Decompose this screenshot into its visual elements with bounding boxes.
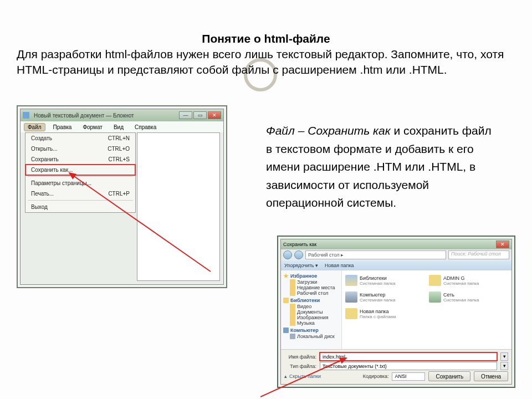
filename-label: Имя файла: bbox=[284, 354, 316, 360]
heading: Понятие о html-файле bbox=[0, 32, 532, 45]
close-button[interactable]: ✕ bbox=[208, 111, 221, 119]
new-folder-button[interactable]: Новая папка bbox=[325, 263, 354, 268]
nav-item-images[interactable]: Изображения bbox=[283, 315, 339, 320]
menu-item-page-setup[interactable]: Параметры страницы... bbox=[25, 178, 135, 188]
chevron-down-icon[interactable]: ▾ bbox=[500, 362, 508, 370]
hide-folders-link[interactable]: ▴ Скрыть папки bbox=[284, 374, 360, 379]
side-instruction: Файл – Сохранить как и сохранить файл в … bbox=[266, 122, 499, 212]
menu-edit[interactable]: Правка bbox=[50, 124, 75, 131]
address-bar: Рабочий стол ▸ Поиск: Рабочий стол bbox=[281, 249, 511, 260]
menu-item-save-as[interactable]: Сохранить как... bbox=[25, 165, 135, 175]
intro-paragraph: Для разработки html-файлов нужен всего л… bbox=[0, 45, 532, 78]
nav-item-video[interactable]: Видео bbox=[283, 304, 339, 309]
nav-back-icon[interactable] bbox=[283, 250, 292, 259]
nav-item-music[interactable]: Музыка bbox=[283, 320, 339, 326]
window-title: Новый текстовый документ — Блокнот bbox=[34, 112, 134, 119]
menu-item-save[interactable]: СохранитьCTRL+S bbox=[25, 154, 135, 165]
nav-tree: Избранное Загрузки Недавние места Рабочи… bbox=[281, 270, 342, 349]
nav-item-docs[interactable]: Документы bbox=[283, 309, 339, 315]
file-item[interactable]: ADMIN GСистемная папка bbox=[429, 273, 508, 288]
nav-forward-icon[interactable] bbox=[294, 250, 303, 259]
menubar: Файл Правка Формат Вид Справка bbox=[21, 121, 223, 132]
cancel-button[interactable]: Отмена bbox=[474, 371, 508, 381]
breadcrumb[interactable]: Рабочий стол ▸ bbox=[305, 250, 446, 259]
filetype-select[interactable]: Текстовые документы (*.txt) bbox=[320, 362, 497, 370]
folder-icon bbox=[345, 275, 357, 286]
nav-item-recent[interactable]: Недавние места bbox=[283, 285, 339, 290]
minimize-button[interactable]: — bbox=[179, 111, 192, 119]
dialog-toolbar: Упорядочить ▾ Новая папка bbox=[281, 260, 511, 270]
menu-format[interactable]: Формат bbox=[79, 124, 106, 131]
file-item[interactable]: КомпьютерСистемная папка bbox=[345, 289, 424, 305]
computer-icon bbox=[345, 291, 357, 303]
nav-favorites[interactable]: Избранное bbox=[283, 273, 339, 279]
nav-computer[interactable]: Компьютер bbox=[283, 328, 339, 333]
folder-icon bbox=[429, 275, 441, 286]
organize-button[interactable]: Упорядочить ▾ bbox=[284, 263, 318, 268]
saveas-screenshot: Сохранить как ✕ Рабочий стол ▸ Поиск: Ра… bbox=[277, 236, 515, 388]
menu-help[interactable]: Справка bbox=[131, 124, 160, 131]
dialog-bottom: Имя файла: index.html ▾ Тип файла: Текст… bbox=[281, 349, 511, 384]
dialog-titlebar: Сохранить как ✕ bbox=[281, 239, 511, 249]
save-button[interactable]: Сохранить bbox=[428, 371, 470, 381]
file-item[interactable]: СетьСистемная папка bbox=[429, 289, 508, 305]
nav-libraries[interactable]: Библиотеки bbox=[283, 298, 339, 303]
menu-path-emphasis: Файл – Сохранить как bbox=[266, 124, 391, 137]
encoding-select[interactable]: ANSI bbox=[392, 372, 425, 381]
editor-area[interactable] bbox=[137, 132, 220, 281]
file-item[interactable]: Новая папкаПапка с файлами bbox=[345, 306, 424, 321]
nav-item-desktop[interactable]: Рабочий стол bbox=[283, 290, 339, 296]
filename-input[interactable]: index.html bbox=[320, 352, 497, 361]
menu-item-exit[interactable]: Выход bbox=[25, 202, 135, 212]
maximize-button[interactable]: ▭ bbox=[193, 111, 207, 119]
nav-item-localdisk[interactable]: Локальный диск bbox=[283, 334, 339, 339]
file-list: БиблиотекиСистемная папка ADMIN GСистемн… bbox=[342, 270, 511, 349]
encoding-label: Кодировка: bbox=[363, 374, 389, 379]
menu-file[interactable]: Файл bbox=[24, 123, 45, 131]
menu-item-open[interactable]: Открыть...CTRL+O bbox=[25, 144, 135, 154]
network-icon bbox=[429, 291, 441, 303]
search-input[interactable]: Поиск: Рабочий стол bbox=[448, 250, 509, 259]
text-content: Понятие о html-файле Для разработки html… bbox=[0, 32, 532, 78]
dialog-title: Сохранить как bbox=[283, 242, 316, 247]
close-button[interactable]: ✕ bbox=[496, 241, 509, 248]
app-icon bbox=[23, 112, 29, 119]
titlebar: Новый текстовый документ — Блокнот — ▭ ✕ bbox=[21, 109, 223, 121]
file-item[interactable]: БиблиотекиСистемная папка bbox=[345, 273, 424, 288]
notepad-screenshot: Новый текстовый документ — Блокнот — ▭ ✕… bbox=[17, 105, 227, 288]
menu-item-new[interactable]: СоздатьCTRL+N bbox=[25, 133, 135, 144]
folder-icon bbox=[345, 308, 357, 319]
file-menu-dropdown: СоздатьCTRL+N Открыть...CTRL+O Сохранить… bbox=[25, 132, 136, 213]
nav-item-downloads[interactable]: Загрузки bbox=[283, 279, 339, 285]
menu-item-print[interactable]: Печать...CTRL+P bbox=[25, 188, 135, 199]
chevron-down-icon[interactable]: ▾ bbox=[500, 352, 508, 361]
menu-view[interactable]: Вид bbox=[110, 124, 127, 131]
filetype-label: Тип файла: bbox=[284, 364, 316, 369]
